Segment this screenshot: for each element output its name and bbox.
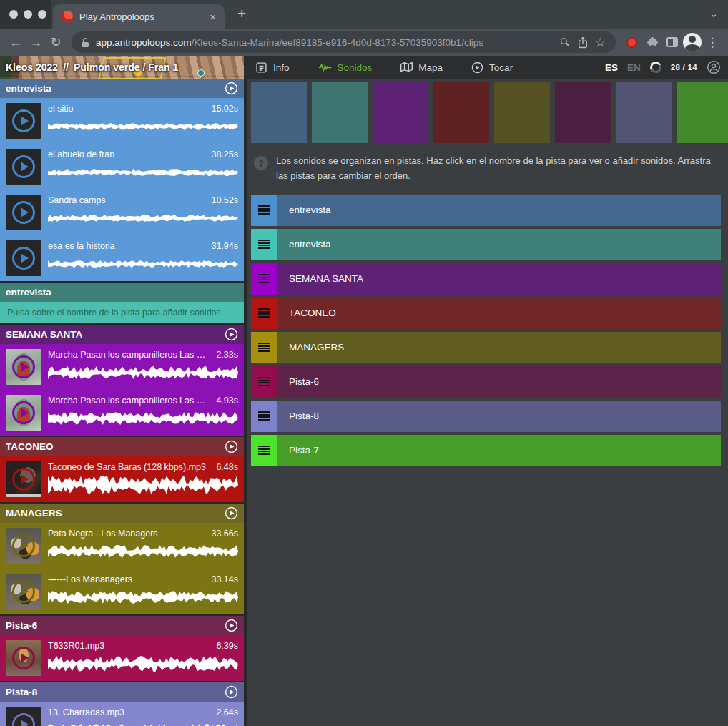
- browser-menu-icon[interactable]: ⋮: [702, 32, 722, 52]
- track-drag-handle[interactable]: [251, 332, 277, 363]
- browser-profile-avatar[interactable]: [682, 32, 702, 52]
- nav-item-info[interactable]: Info: [255, 62, 290, 74]
- track-row[interactable]: SEMANA SANTA: [251, 263, 721, 295]
- track-section-header[interactable]: MANAGERS: [0, 504, 244, 523]
- window-minimize-button[interactable]: [24, 10, 32, 19]
- track-row[interactable]: MANAGERS: [251, 332, 721, 363]
- track-color-swatch[interactable]: [677, 82, 728, 143]
- nav-item-tocar[interactable]: Tocar: [471, 62, 513, 74]
- window-controls[interactable]: [9, 10, 46, 19]
- bookmark-star-icon[interactable]: ☆: [595, 35, 606, 50]
- track-row-label[interactable]: SEMANA SANTA: [277, 263, 721, 295]
- tab-search-chevron-icon[interactable]: ⌄: [709, 8, 718, 19]
- track-drag-handle[interactable]: [251, 229, 277, 260]
- clip-item[interactable]: Taconeo de Sara Baras (128 kbps).mp36.48…: [0, 456, 244, 502]
- reload-button[interactable]: ↻: [46, 32, 66, 52]
- track-row-label[interactable]: Pista-8: [277, 401, 721, 432]
- track-color-swatch[interactable]: [312, 82, 368, 143]
- track-play-button[interactable]: [225, 440, 238, 453]
- track-row[interactable]: TACONEO: [251, 298, 721, 329]
- track-play-button[interactable]: [225, 328, 238, 341]
- forward-button[interactable]: →: [26, 32, 46, 52]
- new-tab-button[interactable]: +: [237, 5, 246, 22]
- address-bar[interactable]: app.antropoloops.com/Kleos-Santa-Marina/…: [72, 31, 616, 53]
- track-row-label[interactable]: MANAGERS: [277, 332, 721, 363]
- track-drag-handle[interactable]: [251, 435, 277, 466]
- clip-item[interactable]: 13. Charradas.mp32.64s: [0, 702, 244, 726]
- clip-item[interactable]: Pata Negra - Los Managers33.66s: [0, 523, 244, 569]
- track-drag-handle[interactable]: [251, 366, 277, 398]
- window-close-button[interactable]: [9, 10, 18, 19]
- url-text[interactable]: app.antropoloops.com/Kleos-Santa-Marina/…: [96, 37, 553, 48]
- account-icon[interactable]: [707, 60, 721, 74]
- clip-duration: 4.93s: [216, 396, 238, 406]
- track-drag-handle[interactable]: [251, 298, 277, 329]
- clip-item[interactable]: esa es la historia31.94s: [0, 235, 244, 281]
- clip-waveform: [48, 588, 238, 607]
- lock-icon[interactable]: [82, 38, 89, 47]
- track-drag-handle[interactable]: [251, 195, 277, 226]
- clip-play-icon[interactable]: [6, 195, 41, 230]
- track-row[interactable]: entrevista: [251, 195, 721, 226]
- clip-play-icon[interactable]: [6, 149, 41, 185]
- clip-play-icon[interactable]: [6, 349, 41, 385]
- track-color-swatch[interactable]: [616, 82, 672, 143]
- track-color-swatch[interactable]: [494, 82, 550, 143]
- lang-en-button[interactable]: EN: [627, 62, 641, 73]
- nav-item-sonidos[interactable]: Sonidos: [318, 62, 373, 73]
- track-play-button[interactable]: [225, 619, 238, 632]
- clip-play-icon[interactable]: [6, 103, 41, 139]
- clip-play-icon[interactable]: [6, 528, 41, 564]
- track-section-header[interactable]: SEMANA SANTA: [0, 325, 244, 344]
- clip-play-icon[interactable]: [6, 640, 41, 676]
- lang-es-button[interactable]: ES: [605, 62, 618, 73]
- track-drag-handle[interactable]: [251, 263, 277, 295]
- track-row[interactable]: Pista-6: [251, 366, 721, 398]
- track-section-header[interactable]: entrevista: [0, 79, 244, 98]
- track-section-header[interactable]: TACONEO: [0, 437, 244, 456]
- clip-play-icon[interactable]: [6, 574, 41, 609]
- track-color-swatch[interactable]: [251, 82, 307, 143]
- clip-play-icon[interactable]: [6, 395, 41, 431]
- clip-play-icon[interactable]: [6, 240, 41, 276]
- track-color-swatch[interactable]: [373, 82, 428, 143]
- clip-play-icon[interactable]: [6, 707, 41, 726]
- track-section-header[interactable]: Pista-6: [0, 616, 244, 635]
- clip-item[interactable]: el sitio15.02s: [0, 98, 244, 144]
- track-color-swatch[interactable]: [433, 82, 489, 143]
- track-row-label[interactable]: Pista-7: [277, 435, 721, 466]
- track-row[interactable]: entrevista: [251, 229, 721, 260]
- tab-close-icon[interactable]: ×: [210, 11, 216, 22]
- browser-tab[interactable]: Play Antropoloops ×: [53, 4, 225, 29]
- track-row-label[interactable]: entrevista: [277, 229, 721, 260]
- clip-thumbnail: [6, 149, 41, 185]
- nav-item-mapa[interactable]: Mapa: [400, 62, 443, 73]
- track-row-label[interactable]: TACONEO: [277, 298, 721, 329]
- track-play-button[interactable]: [225, 82, 238, 95]
- clip-item[interactable]: Sandra camps10.52s: [0, 190, 244, 235]
- track-section-header[interactable]: entrevista: [0, 283, 244, 302]
- clip-item[interactable]: el abuelo de fran38.25s: [0, 144, 244, 190]
- zoom-icon[interactable]: [560, 37, 571, 48]
- track-drag-handle[interactable]: [251, 401, 277, 432]
- track-color-swatch[interactable]: [555, 82, 611, 143]
- track-row[interactable]: Pista-8: [251, 401, 721, 432]
- share-icon[interactable]: [578, 36, 588, 49]
- track-section-header[interactable]: Pista-8: [0, 682, 244, 702]
- window-zoom-button[interactable]: [38, 10, 46, 19]
- extensions-puzzle-icon[interactable]: [642, 32, 662, 52]
- clip-item[interactable]: T633R01.mp36.39s: [0, 635, 244, 681]
- track-row[interactable]: Pista-7: [251, 435, 721, 466]
- track-row-label[interactable]: entrevista: [277, 195, 721, 226]
- project-hero-image[interactable]: Kleos 2022//Pulmón verde / Fran 1: [0, 56, 244, 79]
- clip-item[interactable]: Marcha Pasan los campanilleros Las Mejor…: [0, 390, 244, 436]
- back-button[interactable]: ←: [6, 32, 26, 52]
- side-panel-icon[interactable]: [662, 32, 682, 52]
- track-play-button[interactable]: [225, 685, 238, 699]
- clip-play-icon[interactable]: [6, 461, 41, 497]
- record-indicator-icon[interactable]: [626, 37, 637, 48]
- clip-item[interactable]: ------Los Mananagers33.14s: [0, 569, 244, 614]
- track-row-label[interactable]: Pista-6: [277, 366, 721, 398]
- track-play-button[interactable]: [225, 506, 238, 520]
- clip-item[interactable]: Marcha Pasan los campanilleros Las Mejor…: [0, 344, 244, 390]
